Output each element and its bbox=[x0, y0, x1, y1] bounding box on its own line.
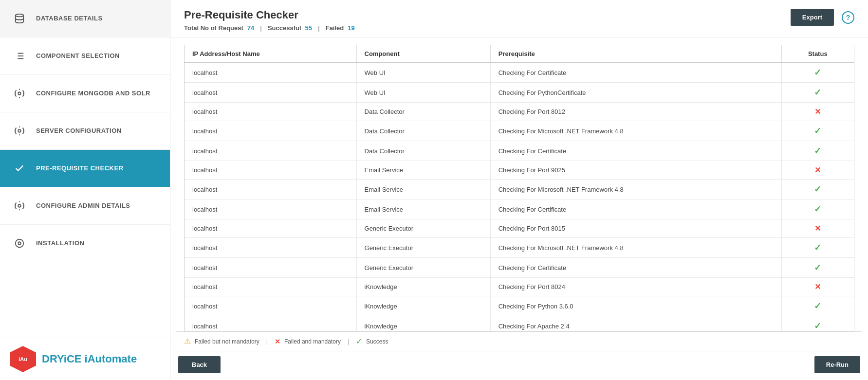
cell-ip: localhost bbox=[185, 258, 356, 278]
sidebar-item-label-configure-admin-details: CONFIGURE ADMIN DETAILS bbox=[36, 202, 130, 210]
stats-row: Total No of Request 74 | Successful 55 |… bbox=[184, 24, 355, 32]
cell-status: ✓ bbox=[781, 180, 854, 199]
cell-component: Web UI bbox=[356, 63, 490, 83]
table-row: localhostWeb UIChecking For PythonCertif… bbox=[185, 83, 854, 103]
sidebar: DATABASE DETAILSCOMPONENT SELECTIONCONFI… bbox=[0, 0, 170, 380]
success-check-icon: ✓ bbox=[814, 301, 821, 311]
col-header-component: Component bbox=[356, 45, 490, 63]
cell-status: ✕ bbox=[781, 161, 854, 180]
main-panel: Pre-Requisite Checker Total No of Reques… bbox=[170, 0, 868, 380]
help-icon[interactable]: ? bbox=[842, 11, 854, 24]
export-button[interactable]: Export bbox=[791, 9, 834, 26]
col-header-ip: IP Address/Host Name bbox=[185, 45, 356, 63]
fail-x-icon: ✕ bbox=[814, 283, 821, 291]
sidebar-item-server-configuration[interactable]: SERVER CONFIGURATION bbox=[0, 112, 170, 150]
cell-component: Generic Executor bbox=[356, 238, 490, 258]
success-check-icon: ✓ bbox=[814, 263, 821, 272]
logo-hex-text: iAu bbox=[18, 356, 27, 362]
main-content: IP Address/Host NameComponentPrerequisit… bbox=[170, 38, 868, 380]
cell-ip: localhost bbox=[185, 63, 356, 83]
legend-area: ⚠ Failed but not mandatory | ✕ Failed an… bbox=[176, 331, 862, 351]
cell-prerequisite: Checking For Certificate bbox=[490, 141, 781, 161]
success-check-icon: ✓ bbox=[814, 146, 821, 156]
rerun-button[interactable]: Re-Run bbox=[814, 356, 860, 373]
cell-ip: localhost bbox=[185, 161, 356, 180]
svg-point-9 bbox=[18, 204, 21, 207]
cell-ip: localhost bbox=[185, 219, 356, 238]
cell-component: iKnowledge bbox=[356, 296, 490, 316]
cell-prerequisite: Checking For Certificate bbox=[490, 258, 781, 278]
sidebar-item-label-configure-mongodb: CONFIGURE MONGODB AND SOLR bbox=[36, 90, 150, 98]
data-table-container[interactable]: IP Address/Host NameComponentPrerequisit… bbox=[184, 45, 854, 331]
successful-value: 55 bbox=[305, 24, 312, 32]
success-check-icon: ✓ bbox=[814, 126, 821, 136]
table-row: localhostEmail ServiceChecking For Certi… bbox=[185, 199, 854, 219]
fail-x-icon: ✕ bbox=[814, 108, 821, 116]
total-label: Total No of Request bbox=[184, 24, 243, 32]
cell-component: Generic Executor bbox=[356, 258, 490, 278]
sidebar-item-label-installation: INSTALLATION bbox=[36, 239, 84, 248]
brand-sub: iAutomate bbox=[85, 353, 137, 365]
success-check-icon: ✓ bbox=[814, 321, 821, 331]
table-row: localhostData CollectorChecking For Port… bbox=[185, 103, 854, 121]
table-row: localhostiKnowledgeChecking For Python 3… bbox=[185, 296, 854, 316]
fail-label: Failed and mandatory bbox=[284, 338, 341, 345]
table-row: localhostData CollectorChecking For Cert… bbox=[185, 141, 854, 161]
legend: ⚠ Failed but not mandatory | ✕ Failed an… bbox=[184, 337, 388, 346]
cell-status: ✓ bbox=[781, 199, 854, 219]
table-row: localhostiKnowledgeChecking For Apache 2… bbox=[185, 316, 854, 332]
sidebar-item-label-server-configuration: SERVER CONFIGURATION bbox=[36, 127, 122, 135]
sidebar-item-database-details[interactable]: DATABASE DETAILS bbox=[0, 0, 170, 37]
table-row: localhostGeneric ExecutorChecking For Mi… bbox=[185, 238, 854, 258]
svg-point-11 bbox=[18, 242, 21, 245]
cell-status: ✕ bbox=[781, 103, 854, 121]
sidebar-item-configure-mongodb[interactable]: CONFIGURE MONGODB AND SOLR bbox=[0, 75, 170, 112]
warn-label: Failed but not mandatory bbox=[195, 338, 259, 345]
cell-prerequisite: Checking For Port 9025 bbox=[490, 161, 781, 180]
cell-component: iKnowledge bbox=[356, 316, 490, 332]
cell-ip: localhost bbox=[185, 180, 356, 199]
success-check-icon: ✓ bbox=[814, 88, 821, 97]
cell-prerequisite: Checking For Certificate bbox=[490, 199, 781, 219]
cell-status: ✓ bbox=[781, 296, 854, 316]
cell-ip: localhost bbox=[185, 121, 356, 141]
success-check-icon: ✓ bbox=[814, 204, 821, 214]
sidebar-item-installation[interactable]: INSTALLATION bbox=[0, 225, 170, 262]
sidebar-logo: iAu DRYiCE iAutomate bbox=[0, 338, 170, 380]
cell-component: iKnowledge bbox=[356, 278, 490, 296]
cell-prerequisite: Checking For Apache 2.4 bbox=[490, 316, 781, 332]
data-table: IP Address/Host NameComponentPrerequisit… bbox=[185, 45, 854, 331]
cell-prerequisite: Checking For PythonCertificate bbox=[490, 83, 781, 103]
table-row: localhostData CollectorChecking For Micr… bbox=[185, 121, 854, 141]
success-icon: ✓ bbox=[356, 337, 362, 346]
sidebar-item-pre-requisite-checker[interactable]: PRE-REQUISITE CHECKER bbox=[0, 150, 170, 187]
logo-hex: iAu bbox=[10, 346, 36, 372]
cell-prerequisite: Checking For Microsoft .NET Framework 4.… bbox=[490, 121, 781, 141]
col-header-status: Status bbox=[781, 45, 854, 63]
configure-admin-details-icon bbox=[12, 198, 27, 214]
success-check-icon: ✓ bbox=[814, 68, 821, 77]
success-check-icon: ✓ bbox=[814, 243, 821, 253]
successful-label: Successful bbox=[268, 24, 301, 32]
component-selection-icon bbox=[12, 48, 27, 64]
svg-point-0 bbox=[16, 14, 24, 17]
sidebar-item-configure-admin-details[interactable]: CONFIGURE ADMIN DETAILS bbox=[0, 187, 170, 225]
brand-name: DRYiCE bbox=[42, 353, 85, 365]
success-label: Success bbox=[366, 338, 388, 345]
back-button[interactable]: Back bbox=[178, 356, 221, 373]
table-row: localhostEmail ServiceChecking For Micro… bbox=[185, 180, 854, 199]
page-title: Pre-Requisite Checker bbox=[184, 9, 355, 21]
cell-ip: localhost bbox=[185, 103, 356, 121]
sidebar-item-component-selection[interactable]: COMPONENT SELECTION bbox=[0, 37, 170, 75]
pre-requisite-checker-icon bbox=[12, 161, 27, 176]
cell-prerequisite: Checking For Python 3.6.0 bbox=[490, 296, 781, 316]
configure-mongodb-icon bbox=[12, 86, 27, 101]
cell-component: Data Collector bbox=[356, 141, 490, 161]
failed-value: 19 bbox=[348, 24, 354, 32]
total-value: 74 bbox=[247, 24, 254, 32]
cell-ip: localhost bbox=[185, 238, 356, 258]
cell-component: Web UI bbox=[356, 83, 490, 103]
cell-component: Data Collector bbox=[356, 121, 490, 141]
cell-component: Email Service bbox=[356, 199, 490, 219]
failed-label: Failed bbox=[326, 24, 344, 32]
